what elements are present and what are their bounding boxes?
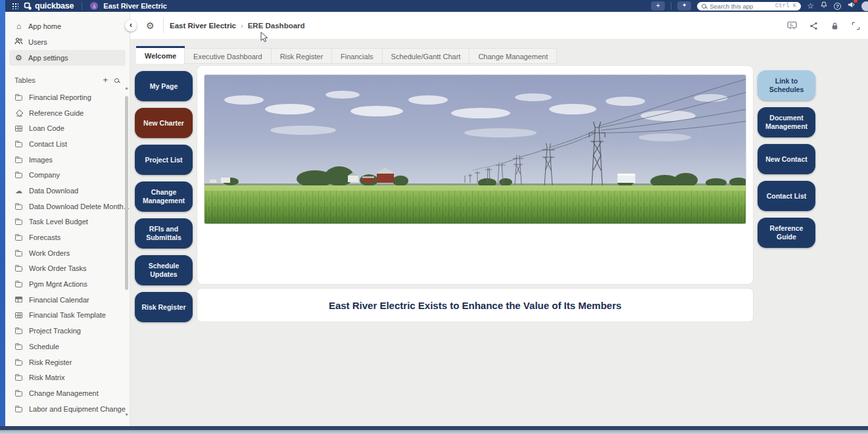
quickbase-logo[interactable]: quickbase — [24, 1, 74, 11]
sidebar-item-label: App home — [28, 22, 61, 30]
sidebar-table-item[interactable]: Contact List — [5, 136, 130, 152]
folder-icon — [14, 343, 23, 350]
mission-banner: East River Electric Exists to Enhance th… — [197, 289, 753, 322]
frame-edge-bottom-outer — [0, 430, 868, 434]
breadcrumb-app[interactable]: East River Electric — [170, 12, 236, 39]
sidebar-table-item[interactable]: Work Orders — [5, 245, 130, 261]
megaphone-icon[interactable] — [847, 0, 856, 12]
tower-glyph — [91, 3, 97, 9]
folder-icon — [14, 359, 23, 366]
schedule-updates-button[interactable]: Schedule Updates — [135, 255, 193, 285]
sidebar-scrollbar[interactable] — [125, 96, 128, 290]
tab-risk-register[interactable]: Risk Register — [271, 48, 332, 64]
project-list-button[interactable]: Project List — [135, 145, 193, 175]
tab-change-management[interactable]: Change Management — [469, 48, 557, 64]
dashboard-content: Welcome Executive Dashboard Risk Registe… — [130, 39, 868, 426]
folder-icon — [14, 203, 23, 210]
sidebar-table-item[interactable]: Financial Task Template — [5, 308, 130, 324]
avatar[interactable] — [861, 1, 868, 11]
frame-edge-left — [0, 0, 5, 434]
add-table-icon[interactable]: + — [103, 76, 108, 85]
folder-icon — [14, 218, 23, 225]
sidebar-table-item[interactable]: ☁Data Download — [5, 183, 130, 199]
link-to-schedules-button[interactable]: Link to Schedules — [758, 70, 815, 101]
share-icon[interactable] — [809, 22, 818, 30]
collapse-sidebar-button[interactable]: ‹ — [125, 20, 137, 32]
my-page-button[interactable]: My Page — [135, 71, 193, 101]
scroll-up-icon[interactable]: ▲ — [124, 85, 129, 90]
tables-header: Tables + — [9, 74, 126, 87]
sidebar-item-users[interactable]: Users — [9, 34, 126, 50]
new-charter-button[interactable]: New Charter — [135, 108, 193, 138]
bell-icon[interactable] — [820, 0, 828, 12]
gear-icon: ⚙ — [14, 53, 23, 62]
tab-schedule-gantt-chart[interactable]: Schedule/Gantt Chart — [382, 48, 470, 64]
sidebar-table-item[interactable]: Change Management — [5, 385, 130, 401]
global-topbar: quickbase East River Electric + ✦ Search… — [5, 0, 868, 12]
welcome-photo-card — [197, 66, 753, 284]
topbar-divider — [671, 2, 671, 10]
tab-financials[interactable]: Financials — [331, 48, 383, 64]
sidebar-table-item[interactable]: Risk Register — [5, 354, 130, 370]
folder-icon — [14, 406, 23, 412]
tab-welcome[interactable]: Welcome — [136, 46, 185, 64]
sidebar-table-item[interactable]: Work Order Tasks — [5, 261, 130, 277]
folder-icon — [14, 172, 23, 178]
search-tables-icon[interactable] — [114, 78, 119, 83]
sidebar-item-app-home[interactable]: ⌂ App home — [9, 18, 126, 34]
rfis-and-submittals-button[interactable]: RFIs and Submittals — [135, 218, 193, 249]
sidebar-table-item[interactable]: Data Download Delete Month... — [5, 199, 130, 214]
star-icon[interactable]: ☆ — [807, 0, 814, 12]
ai-sparkle-button[interactable]: ✦ — [677, 1, 691, 11]
app-badge-icon[interactable] — [90, 2, 98, 10]
sidebar-table-item[interactable]: Labor and Equipment Change — [5, 401, 130, 417]
sidebar-table-item[interactable]: Pgm Mgnt Actions — [5, 276, 130, 292]
sidebar-table-item[interactable]: Project Tracking — [5, 323, 130, 339]
sidebar-table-item[interactable]: Financial Reporting — [5, 89, 130, 105]
search-icon — [702, 4, 706, 9]
sidebar-table-item[interactable]: Forecasts — [5, 229, 130, 245]
topbar-divider — [82, 2, 82, 10]
breadcrumb: East River Electric › ERE Dashboard — [170, 12, 305, 39]
dashboard-tabs: Welcome Executive Dashboard Risk Registe… — [136, 46, 557, 64]
reference-guide-button[interactable]: Reference Guide — [758, 218, 815, 248]
folder-icon — [14, 265, 23, 272]
sidebar-table-item[interactable]: Risk Matrix — [5, 370, 130, 385]
sidebar-table-item[interactable]: Loan Code — [5, 120, 130, 136]
tables-title: Tables — [14, 76, 36, 84]
page-toolbar: ‹ ⚙ East River Electric › ERE Dashboard — [130, 12, 868, 39]
apps-grid-icon[interactable] — [12, 3, 18, 9]
table-grid-icon — [14, 126, 23, 132]
folder-icon — [14, 250, 23, 256]
expand-icon[interactable] — [852, 22, 860, 30]
document-management-button[interactable]: Document Management — [758, 107, 815, 137]
new-contact-button[interactable]: New Contact — [758, 144, 815, 174]
lock-icon[interactable] — [831, 22, 839, 30]
sidebar-table-item[interactable]: Reference Guide — [5, 105, 130, 121]
sidebar-table-item[interactable]: Financial Calendar — [5, 292, 130, 308]
sidebar-table-item[interactable]: Schedule — [5, 339, 130, 354]
feedback-screen-icon[interactable] — [787, 21, 797, 30]
page-settings-gear-icon[interactable]: ⚙ — [146, 12, 155, 39]
topbar-left: quickbase East River Electric — [5, 1, 167, 11]
quickbase-wordmark: quickbase — [35, 1, 74, 11]
tables-list: Financial Reporting Reference Guide Loan… — [5, 89, 130, 416]
tab-executive-dashboard[interactable]: Executive Dashboard — [184, 48, 272, 64]
help-icon[interactable]: ? — [834, 3, 841, 10]
folder-icon — [14, 374, 23, 381]
mission-banner-text: East River Electric Exists to Enhance th… — [329, 300, 621, 311]
app-window: quickbase East River Electric + ✦ Search… — [0, 0, 868, 434]
search-input[interactable]: Search this app Ctrl K — [697, 2, 801, 11]
mouse-cursor — [260, 32, 269, 43]
contact-list-button[interactable]: Contact List — [758, 181, 815, 211]
change-management-button[interactable]: Change Management — [135, 181, 193, 212]
risk-register-button[interactable]: Risk Register — [135, 292, 193, 322]
search-shortcut: Ctrl K — [775, 3, 796, 9]
folder-icon — [14, 390, 23, 397]
sidebar-table-item[interactable]: Company — [5, 167, 130, 183]
sidebar-table-item[interactable]: Task Level Budget — [5, 214, 130, 230]
sidebar-item-app-settings[interactable]: ⚙ App settings — [9, 50, 126, 66]
add-button[interactable]: + — [651, 1, 665, 11]
scroll-down-icon[interactable]: ▼ — [124, 412, 129, 417]
sidebar-table-item[interactable]: Images — [5, 152, 130, 168]
